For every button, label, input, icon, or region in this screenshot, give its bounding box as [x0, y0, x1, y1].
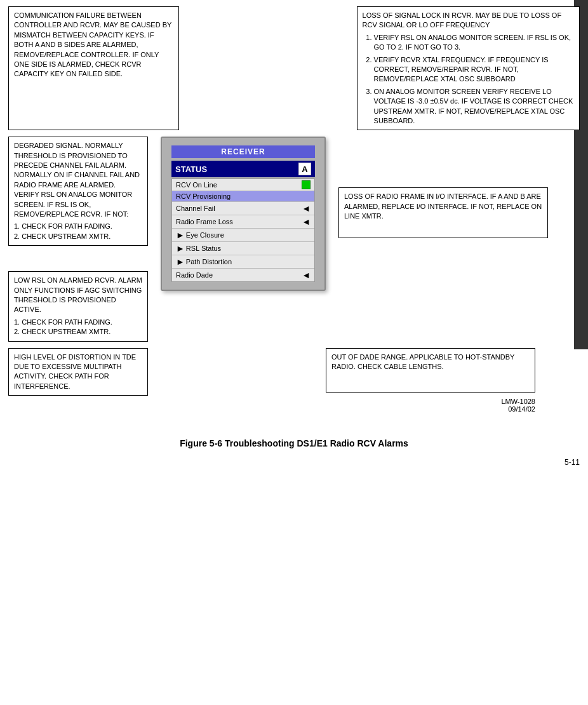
receiver-list: RCV On Line RCV Provisioning Channel Fai…: [171, 178, 315, 282]
receiver-item-rcv-online[interactable]: RCV On Line: [172, 179, 314, 191]
receiver-item-channel-fail[interactable]: Channel Fail ◄: [172, 202, 314, 215]
mid-left-bot-step1: 1. CHECK FOR PATH FADING.: [14, 318, 142, 327]
top-right-intro: LOSS OF SIGNAL LOCK IN RCVR. MAY BE DUE …: [363, 11, 574, 30]
item-label-rsl-status: RSL Status: [186, 245, 221, 252]
bottom-left-box: HIGH LEVEL OF DISTORTION IN TDE DUE TO E…: [8, 348, 148, 396]
top-right-step-1: VERIFY RSL ON ANALOG MONITOR SCREEN. IF …: [374, 33, 574, 53]
page-container: COMMUNICATION FAILURE BETWEEN CONTROLLER…: [0, 0, 588, 705]
item-label-radio-frame-loss: Radio Frame Loss: [176, 218, 233, 225]
item-label-path-distortion: Path Distortion: [186, 258, 232, 265]
top-left-box: COMMUNICATION FAILURE BETWEEN CONTROLLER…: [8, 6, 179, 130]
doc-ref-date: 09/14/02: [326, 405, 535, 413]
radio-frame-loss-arrow-right: ◄: [302, 217, 311, 227]
item-label-rcv-provisioning: RCV Provisioning: [176, 192, 231, 200]
middle-right-text: LOSS OF RADIO FRAME IN I/O INTERFACE. IF…: [344, 192, 542, 220]
middle-right-box: LOSS OF RADIO FRAME IN I/O INTERFACE. IF…: [338, 187, 548, 238]
receiver-item-eye-closure[interactable]: ► Eye Closure: [172, 229, 314, 242]
receiver-item-rcv-provisioning[interactable]: RCV Provisioning: [172, 191, 314, 202]
mid-left-top-intro: DEGRADED SIGNAL. NORMALLY THRESHOLD IS P…: [14, 141, 142, 219]
right-column: LOSS OF RADIO FRAME IN I/O INTERFACE. IF…: [338, 137, 548, 238]
status-label: STATUS: [175, 164, 207, 174]
middle-left-bottom-box: LOW RSL ON ALARMED RCVR. ALARM ONLY FUNC…: [8, 271, 148, 341]
middle-left-top-box: DEGRADED SIGNAL. NORMALLY THRESHOLD IS P…: [8, 137, 148, 246]
status-letter: A: [298, 163, 311, 175]
mid-left-top-step1: 1. CHECK FOR PATH FADING.: [14, 222, 142, 231]
mid-left-bot-intro: LOW RSL ON ALARMED RCVR. ALARM ONLY FUNC…: [14, 276, 142, 315]
bottom-left-text: HIGH LEVEL OF DISTORTION IN TDE DUE TO E…: [14, 353, 136, 390]
mid-left-top-step2: 2. CHECK UPSTREAM XMTR.: [14, 232, 142, 241]
receiver-container: RECEIVER STATUS A RCV On Line: [161, 137, 326, 291]
radio-dade-arrow-right: ◄: [302, 270, 311, 280]
green-indicator-rcv-online: [302, 180, 311, 189]
center-column: RECEIVER STATUS A RCV On Line: [161, 137, 326, 291]
bottom-row: HIGH LEVEL OF DISTORTION IN TDE DUE TO E…: [8, 348, 580, 413]
receiver-item-path-distortion[interactable]: ► Path Distortion: [172, 255, 314, 269]
receiver-item-radio-frame-loss[interactable]: Radio Frame Loss ◄: [172, 215, 314, 229]
doc-ref-number: LMW-1028: [326, 398, 535, 405]
bottom-right-text: OUT OF DADE RANGE. APPLICABLE TO HOT-STA…: [331, 353, 514, 370]
top-right-step-3: ON ANALOG MONITOR SCREEN VERIFY RECEIVE …: [374, 87, 574, 126]
rsl-status-arrow-left: ►: [176, 243, 185, 253]
doc-reference: LMW-1028 09/14/02: [326, 398, 535, 413]
bottom-right-wrapper: OUT OF DADE RANGE. APPLICABLE TO HOT-STA…: [326, 348, 535, 413]
receiver-item-radio-dade[interactable]: Radio Dade ◄: [172, 269, 314, 281]
receiver-title: RECEIVER: [171, 145, 315, 158]
eye-closure-arrow-left: ►: [176, 230, 185, 240]
item-label-rcv-online: RCV On Line: [176, 181, 217, 189]
top-center-spacer: [192, 6, 357, 130]
diagram-area: COMMUNICATION FAILURE BETWEEN CONTROLLER…: [8, 6, 580, 467]
receiver-item-rsl-status[interactable]: ► RSL Status: [172, 242, 314, 255]
figure-caption: Figure 5-6 Troubleshooting DS1/E1 Radio …: [8, 438, 580, 448]
page-number: 5-11: [8, 458, 580, 467]
top-row: COMMUNICATION FAILURE BETWEEN CONTROLLER…: [8, 6, 580, 130]
top-right-box: LOSS OF SIGNAL LOCK IN RCVR. MAY BE DUE …: [357, 6, 580, 130]
bottom-right-box: OUT OF DADE RANGE. APPLICABLE TO HOT-STA…: [326, 348, 535, 393]
channel-fail-arrow-right: ◄: [302, 203, 311, 213]
item-label-eye-closure: Eye Closure: [186, 231, 224, 239]
path-distortion-arrow-left: ►: [176, 257, 185, 267]
receiver-status-bar: STATUS A: [171, 161, 315, 177]
item-label-radio-dade: Radio Dade: [176, 271, 213, 279]
top-left-text: COMMUNICATION FAILURE BETWEEN CONTROLLER…: [14, 11, 171, 77]
left-column: DEGRADED SIGNAL. NORMALLY THRESHOLD IS P…: [8, 137, 148, 341]
mid-left-bot-step2: 2. CHECK UPSTREAM XMTR.: [14, 327, 142, 337]
middle-section: DEGRADED SIGNAL. NORMALLY THRESHOLD IS P…: [8, 137, 580, 341]
top-right-step-2: VERIFY RCVR XTAL FREQUENCY. IF FREQUENCY…: [374, 55, 574, 84]
item-label-channel-fail: Channel Fail: [176, 205, 215, 212]
